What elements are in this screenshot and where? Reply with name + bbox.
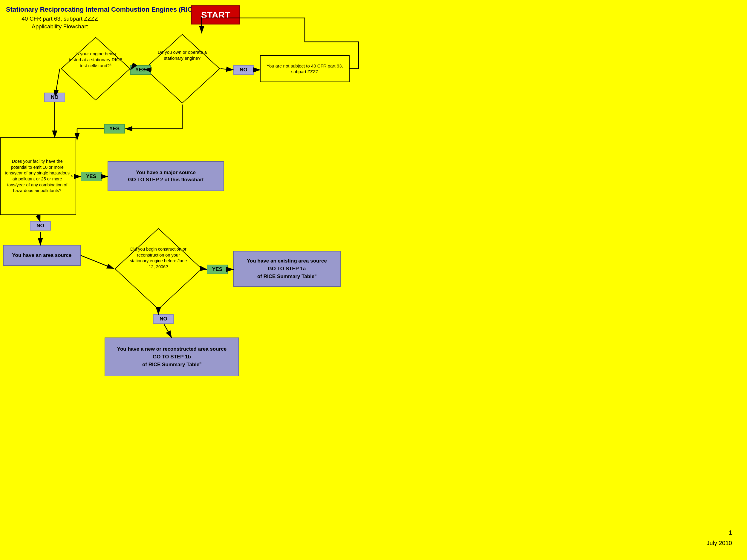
page-title: Stationary Reciprocating Internal Combus… — [6, 5, 199, 14]
diamond1-no-connector: NO — [44, 92, 65, 102]
diamond4-container: Did you begin construction or reconstruc… — [113, 227, 203, 311]
new-area-box: You have a new or reconstructed area sou… — [105, 338, 239, 376]
diamond2-container: Do you own or operate a stationary engin… — [144, 33, 221, 105]
diamond1-text: Is your engine being tested at a station… — [69, 51, 123, 69]
diamond1-container: Is your engine being tested at a station… — [60, 36, 131, 102]
page-subtitle2: Applicability Flowchart — [6, 23, 113, 30]
svg-line-21 — [164, 324, 172, 338]
diamond3-container: Does your facility have the potential to… — [0, 137, 84, 221]
diamond2-text: Do you own or operate a stationary engin… — [154, 49, 211, 61]
start-button: START — [191, 5, 240, 25]
svg-marker-1 — [145, 34, 220, 103]
diamond3-yes-connector: YES — [81, 172, 102, 181]
diamond3-text: Does your facility have the potential to… — [0, 137, 76, 215]
diamond4-text: Did you begin construction or reconstruc… — [127, 246, 190, 270]
area-source-box: You have an area source — [3, 245, 81, 266]
page-date: July 2010 — [706, 540, 732, 546]
diamond1-yes-connector: YES — [130, 65, 151, 75]
svg-line-11 — [221, 69, 234, 70]
page-subtitle1: 40 CFR part 63, subpart ZZZZ — [6, 16, 113, 22]
not-subject-box: You are not subject to 40 CFR part 63, s… — [260, 55, 350, 82]
existing-area-box: You have an existing area source GO TO S… — [233, 251, 341, 287]
diamond3-no-connector: NO — [30, 221, 51, 231]
diamond2-no-connector: NO — [233, 65, 254, 75]
diamond4-yes-connector: YES — [207, 265, 228, 274]
diamond4-no-connector: NO — [153, 314, 174, 324]
major-source-box: You have a major source GO TO STEP 2 of … — [108, 161, 224, 191]
diamond1-yes-bottom-connector: YES — [104, 124, 125, 134]
svg-marker-0 — [61, 37, 130, 100]
page-number: 1 — [729, 529, 732, 536]
svg-line-17 — [81, 256, 114, 269]
